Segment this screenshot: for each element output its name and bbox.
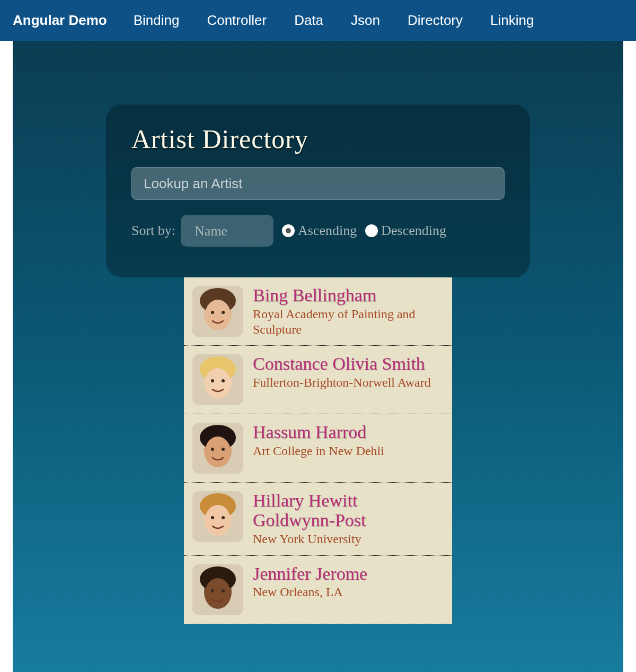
svg-point-19 bbox=[211, 448, 214, 451]
svg-point-5 bbox=[211, 311, 214, 314]
artist-item[interactable]: Jennifer Jerome New Orleans, LA bbox=[184, 556, 452, 624]
artist-list: Bing Bellingham Royal Academy of Paintin… bbox=[184, 277, 452, 624]
artist-sub: New York University bbox=[253, 531, 444, 547]
sort-ascending-label: Ascending bbox=[298, 223, 357, 239]
nav-link-binding[interactable]: Binding bbox=[134, 12, 180, 29]
artist-name: Hillary Hewitt Goldwynn-Post bbox=[253, 491, 444, 530]
svg-point-4 bbox=[205, 300, 231, 329]
brand[interactable]: Angular Demo bbox=[13, 12, 107, 29]
nav-link-data[interactable]: Data bbox=[294, 12, 323, 29]
avatar bbox=[192, 564, 243, 615]
svg-point-18 bbox=[205, 437, 231, 466]
artist-name: Jennifer Jerome bbox=[253, 564, 444, 584]
nav-link-linking[interactable]: Linking bbox=[490, 12, 534, 29]
artist-item[interactable]: Constance Olivia Smith Fullerton-Brighto… bbox=[184, 346, 452, 414]
svg-point-34 bbox=[222, 589, 225, 592]
nav-link-controller[interactable]: Controller bbox=[207, 12, 267, 29]
navbar: Angular Demo Binding Controller Data Jso… bbox=[0, 0, 636, 41]
search-card: Artist Directory Sort by: Name Ascending… bbox=[106, 104, 530, 277]
sort-descending-radio[interactable]: Descending bbox=[365, 223, 446, 239]
svg-point-26 bbox=[211, 516, 214, 519]
svg-point-13 bbox=[222, 379, 225, 382]
svg-point-12 bbox=[211, 379, 214, 382]
artist-info: Constance Olivia Smith Fullerton-Brighto… bbox=[253, 354, 444, 405]
radio-icon bbox=[365, 224, 378, 237]
artist-info: Jennifer Jerome New Orleans, LA bbox=[253, 564, 444, 615]
artist-item[interactable]: Hillary Hewitt Goldwynn-Post New York Un… bbox=[184, 483, 452, 555]
artist-sub: Fullerton-Brighton-Norwell Award bbox=[253, 375, 444, 390]
svg-point-25 bbox=[205, 505, 231, 535]
svg-point-20 bbox=[222, 448, 225, 451]
artist-name: Bing Bellingham bbox=[253, 286, 444, 306]
avatar bbox=[192, 491, 243, 542]
svg-point-11 bbox=[205, 368, 231, 398]
artist-sub: Art College in New Dehli bbox=[253, 443, 444, 459]
nav-link-json[interactable]: Json bbox=[351, 12, 380, 29]
artist-name: Hassum Harrod bbox=[253, 423, 444, 442]
svg-point-32 bbox=[205, 578, 231, 608]
nav-link-directory[interactable]: Directory bbox=[408, 12, 463, 29]
sort-descending-label: Descending bbox=[381, 223, 446, 239]
sort-ascending-radio[interactable]: Ascending bbox=[282, 223, 357, 239]
radio-icon bbox=[282, 224, 295, 237]
artist-name: Constance Olivia Smith bbox=[253, 354, 444, 374]
artist-info: Hassum Harrod Art College in New Dehli bbox=[253, 423, 444, 474]
sort-row: Sort by: Name Ascending Descending bbox=[131, 215, 505, 247]
artist-sub: Royal Academy of Painting and Sculpture bbox=[253, 307, 444, 337]
search-input[interactable] bbox=[131, 167, 505, 200]
svg-point-33 bbox=[211, 589, 214, 592]
sort-select[interactable]: Name bbox=[181, 215, 273, 247]
page-background: Artist Directory Sort by: Name Ascending… bbox=[13, 41, 623, 672]
sort-label: Sort by: bbox=[131, 223, 175, 239]
avatar bbox=[192, 354, 243, 405]
artist-item[interactable]: Bing Bellingham Royal Academy of Paintin… bbox=[184, 277, 452, 346]
svg-point-6 bbox=[222, 311, 225, 314]
avatar bbox=[192, 423, 243, 474]
svg-point-27 bbox=[222, 516, 225, 519]
avatar bbox=[192, 286, 243, 337]
artist-info: Hillary Hewitt Goldwynn-Post New York Un… bbox=[253, 491, 444, 546]
artist-item[interactable]: Hassum Harrod Art College in New Dehli bbox=[184, 414, 452, 483]
artist-info: Bing Bellingham Royal Academy of Paintin… bbox=[253, 286, 444, 337]
page-title: Artist Directory bbox=[131, 124, 505, 154]
artist-sub: New Orleans, LA bbox=[253, 584, 444, 600]
